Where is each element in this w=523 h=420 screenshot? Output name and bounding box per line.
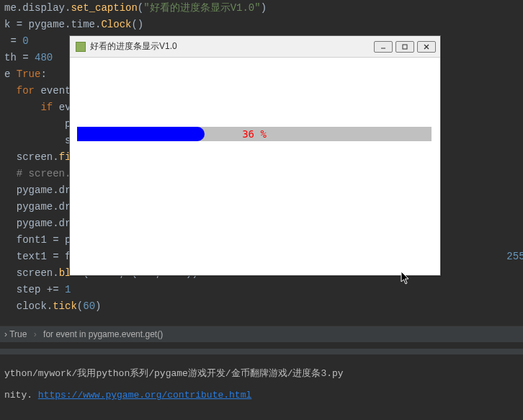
console-panel[interactable]: ython/mywork/我用python系列/pygame游戏开发/金币翻牌游… xyxy=(0,349,523,420)
window-titlebar[interactable]: 好看的进度条显示V1.0 xyxy=(70,36,440,58)
breadcrumb[interactable]: › True › for event in pygame.event.get() xyxy=(0,326,523,342)
pygame-window[interactable]: 好看的进度条显示V1.0 36 % xyxy=(69,35,441,276)
code-line: clock.tick(60) xyxy=(4,298,519,315)
maximize-button[interactable] xyxy=(395,41,414,53)
breadcrumb-item[interactable]: True xyxy=(9,329,27,339)
app-icon xyxy=(76,42,86,52)
minimize-button[interactable] xyxy=(374,41,393,53)
code-line: k = pygame.time.Clock() xyxy=(4,17,519,33)
console-line: nity. https://www.pygame.org/contribute.… xyxy=(4,385,519,406)
code-line: me.display.set_caption("好看的进度条显示V1.0") xyxy=(4,0,519,17)
console-path: ython/mywork/我用python系列/pygame游戏开发/金币翻牌游… xyxy=(4,363,519,385)
progress-bar-track: 36 % xyxy=(77,127,432,141)
progress-bar-cap xyxy=(190,127,205,141)
code-line: step += 1 xyxy=(4,282,519,298)
window-title: 好看的进度条显示V1.0 xyxy=(90,40,371,53)
breadcrumb-chevron-icon: › xyxy=(34,329,37,339)
pygame-client-area: 36 % xyxy=(70,58,440,275)
svg-rect-1 xyxy=(403,45,407,49)
breadcrumb-chevron-icon: › xyxy=(4,329,7,339)
console-link[interactable]: https://www.pygame.org/contribute.html xyxy=(38,390,251,401)
close-button[interactable] xyxy=(417,41,436,53)
progress-bar-fill xyxy=(77,127,190,141)
breadcrumb-item[interactable]: for event in pygame.event.get() xyxy=(43,329,163,339)
